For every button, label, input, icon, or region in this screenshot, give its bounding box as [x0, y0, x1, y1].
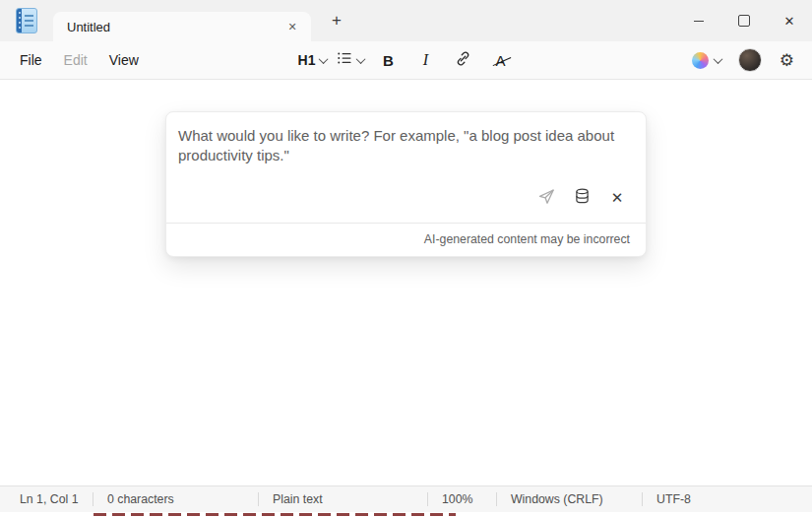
maximize-icon [738, 15, 750, 27]
notepad-window: Untitled ✕ + ✕ File Edit View H1 [0, 0, 812, 517]
ai-disclaimer: AI-generated content may be incorrect [166, 223, 646, 256]
minimize-button[interactable] [676, 0, 721, 41]
dialog-actions: ✕ [166, 187, 646, 223]
user-avatar[interactable] [738, 48, 762, 72]
list-dropdown[interactable] [337, 46, 364, 74]
toolbar-right-group: ⚙ [685, 46, 812, 75]
chevron-down-icon [713, 54, 722, 64]
tab-close-icon[interactable]: ✕ [281, 16, 303, 37]
status-character-count: 0 characters [94, 486, 259, 512]
send-icon [537, 187, 556, 210]
window-controls: ✕ [676, 0, 812, 41]
editor-surface[interactable]: ✕ AI-generated content may be incorrect [0, 80, 812, 485]
gear-icon: ⚙ [780, 51, 794, 70]
link-icon [455, 50, 471, 71]
chevron-down-icon [319, 54, 329, 64]
copilot-button[interactable] [685, 47, 728, 74]
app-icon-wrap [0, 0, 53, 41]
close-icon: ✕ [611, 189, 624, 207]
maximize-button[interactable] [721, 0, 767, 41]
heading-label: H1 [298, 52, 316, 68]
settings-button[interactable]: ⚙ [772, 46, 802, 75]
bullet-list-icon [337, 50, 352, 70]
clear-formatting-icon: A [495, 52, 505, 69]
close-button[interactable]: ✕ [767, 0, 812, 41]
bold-icon: B [383, 52, 394, 69]
menu-view[interactable]: View [99, 46, 149, 74]
menu-file[interactable]: File [10, 46, 52, 74]
menu-edit: Edit [54, 46, 97, 74]
bold-button[interactable]: B [374, 46, 402, 74]
copilot-icon [692, 52, 709, 69]
status-line-ending: Windows (CRLF) [497, 486, 643, 512]
copilot-write-dialog: ✕ AI-generated content may be incorrect [165, 111, 647, 257]
status-cursor-position: Ln 1, Col 1 [0, 486, 94, 512]
background-window-artifact [0, 512, 812, 517]
italic-button[interactable]: I [411, 46, 439, 74]
formatting-group: H1 B I [298, 46, 515, 74]
send-button[interactable] [535, 187, 557, 209]
clear-formatting-button[interactable]: A [486, 46, 514, 74]
heading-dropdown[interactable]: H1 [298, 46, 328, 74]
status-zoom-level[interactable]: 100% [428, 486, 497, 512]
menubar: File Edit View [0, 46, 149, 74]
dismiss-dialog-button[interactable]: ✕ [606, 187, 628, 209]
status-document-type: Plain text [259, 486, 428, 512]
prompt-input[interactable] [166, 112, 646, 187]
status-bar: Ln 1, Col 1 0 characters Plain text 100%… [0, 485, 812, 512]
stack-icon [574, 187, 591, 209]
link-button[interactable] [449, 46, 476, 74]
tab-untitled[interactable]: Untitled ✕ [53, 12, 311, 41]
notepad-app-icon [16, 8, 37, 33]
new-tab-button[interactable]: + [323, 7, 350, 34]
clipped-text-fragment [94, 513, 456, 516]
chevron-down-icon [356, 54, 366, 64]
rewrite-options-button[interactable] [571, 187, 593, 209]
tab-title: Untitled [67, 20, 281, 34]
titlebar: Untitled ✕ + ✕ [0, 0, 812, 41]
toolbar: File Edit View H1 B [0, 41, 812, 80]
status-encoding: UTF-8 [643, 486, 812, 512]
italic-icon: I [423, 51, 428, 69]
minimize-icon [694, 21, 704, 22]
